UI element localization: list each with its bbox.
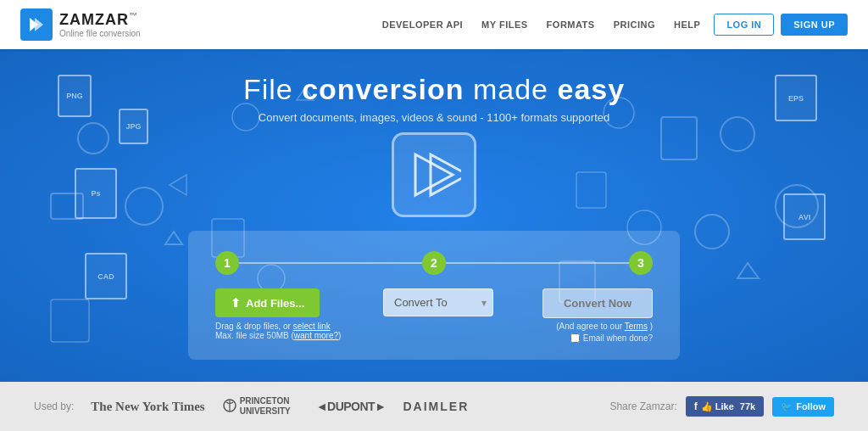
princeton-text: PRINCETON UNIVERSITY [240,396,299,417]
controls-row: ⬆ Add Files... Drag & drop files, or sel… [215,288,653,343]
login-button[interactable]: LOG IN [714,14,774,36]
used-by-section: Used by: The New York Times PRINCETON UN… [34,396,609,417]
hero-title-middle: made [465,73,558,105]
step1-area: ⬆ Add Files... Drag & drop files, or sel… [215,288,359,340]
terms-close: ) [650,322,653,331]
step2-area: Convert To [359,288,510,316]
terms-text: (And agree to our Terms ) [556,322,653,331]
hero-title: File conversion made easy [243,73,625,106]
sketch-jpg-icon: JPG [119,109,148,144]
sketch-ps-icon: Ps [75,168,117,219]
svg-marker-1 [35,18,43,31]
facebook-icon: f [694,400,698,412]
daimler-logo: DAIMLER [403,400,470,413]
nav-link-my-files[interactable]: MY FILES [481,20,528,30]
sketch-avi-icon: AVI [783,193,826,240]
svg-point-2 [78,123,108,154]
steps-row: 1 2 3 [215,251,653,275]
step3-area: Convert Now (And agree to our Terms ) Em… [509,288,653,343]
upload-icon: ⬆ [231,296,241,310]
twitter-follow-label: Follow [796,401,826,411]
svg-point-3 [125,188,163,225]
svg-marker-5 [165,232,182,244]
step-line-2 [446,262,629,264]
share-area: Share Zamzar: f 👍 Like 77k 🐦 Follow [609,396,834,417]
hero-title-bold2: easy [557,73,625,105]
facebook-like-button[interactable]: f 👍 Like 77k [686,396,764,417]
sketch-eps-icon: EPS [775,75,817,121]
nav-links: DEVELOPER API MY FILES FORMATS PRICING H… [173,20,700,30]
used-by-label: Used by: [34,400,74,412]
nav-link-formats[interactable]: FORMATS [547,20,595,30]
logo-area: ZAMZAR™ Online file conversion [20,8,173,41]
drag-drop-text: Drag & drop files, or select link [215,322,331,331]
terms-span: (And agree to our [556,322,622,331]
svg-marker-21 [415,154,453,195]
logo-subtitle: Online file conversion [59,29,141,38]
logo-name-text: ZAMZAR [59,11,129,28]
step-panel: 1 2 3 ⬆ Add Files... Drag & drop files, … [188,231,680,360]
svg-rect-15 [576,172,606,208]
email-row: Email when done? [570,333,653,343]
step-1-dot: 1 [215,251,239,275]
nav-link-pricing[interactable]: PRICING [614,20,655,30]
nyt-logo: The New York Times [91,400,204,414]
hero-title-plain: File [243,73,302,105]
nav-link-dev-api[interactable]: DEVELOPER API [382,20,463,30]
terms-link[interactable]: Terms [625,322,648,331]
step-3-dot: 3 [629,251,653,275]
step-line-1 [239,262,422,264]
hero-subtitle: Convert documents, images, videos & soun… [259,111,609,124]
logo-tm: ™ [129,11,138,20]
princeton-logo: PRINCETON UNIVERSITY [222,396,299,417]
add-files-button[interactable]: ⬆ Add Files... [215,288,320,317]
logo-icon [20,8,53,41]
dupont-logo: ◄DUPONT► [316,400,387,413]
hero-title-bold1: conversion [302,73,464,105]
step-2-dot: 2 [422,251,446,275]
fb-count: 77k [740,401,755,411]
svg-marker-11 [737,263,759,278]
logo-text: ZAMZAR™ Online file conversion [59,11,141,38]
add-files-label: Add Files... [246,297,304,310]
hero-section: PNG JPG Ps CAD EPS AVI File conversion m… [0,49,868,382]
svg-point-12 [232,104,259,131]
svg-rect-6 [51,299,89,342]
svg-rect-10 [695,215,729,249]
size-text: Max. file size 50MB (want more?) [215,331,341,340]
logo-name: ZAMZAR™ [59,11,141,29]
email-checkbox[interactable] [570,333,580,343]
want-more-link[interactable]: want more? [294,331,338,340]
want-more-close: ) [338,331,341,340]
max-file-span: Max. file size 50MB ( [215,331,294,340]
svg-marker-18 [170,175,186,195]
center-play-icon [392,132,476,217]
svg-marker-22 [431,154,461,195]
sketch-png-icon: PNG [58,75,92,117]
signup-button[interactable]: SIGN UP [781,14,848,36]
sketch-cad-icon: CAD [85,253,127,299]
convert-to-wrapper: Convert To [383,288,493,316]
email-label: Email when done? [583,333,653,343]
fb-like-label: 👍 Like [701,401,734,412]
twitter-icon: 🐦 [781,401,793,412]
nav-link-help[interactable]: HELP [674,20,700,30]
svg-rect-8 [661,117,697,160]
select-link[interactable]: select link [293,322,331,331]
share-label: Share Zamzar: [609,400,676,412]
twitter-follow-button[interactable]: 🐦 Follow [772,397,834,417]
svg-point-7 [721,117,754,151]
convert-to-select[interactable]: Convert To [383,288,493,316]
drag-text-span: Drag & drop files, or [215,322,291,331]
footer: Used by: The New York Times PRINCETON UN… [0,382,868,431]
navbar: ZAMZAR™ Online file conversion DEVELOPER… [0,0,868,49]
nav-buttons: LOG IN SIGN UP [714,14,848,36]
convert-now-button[interactable]: Convert Now [542,288,653,318]
